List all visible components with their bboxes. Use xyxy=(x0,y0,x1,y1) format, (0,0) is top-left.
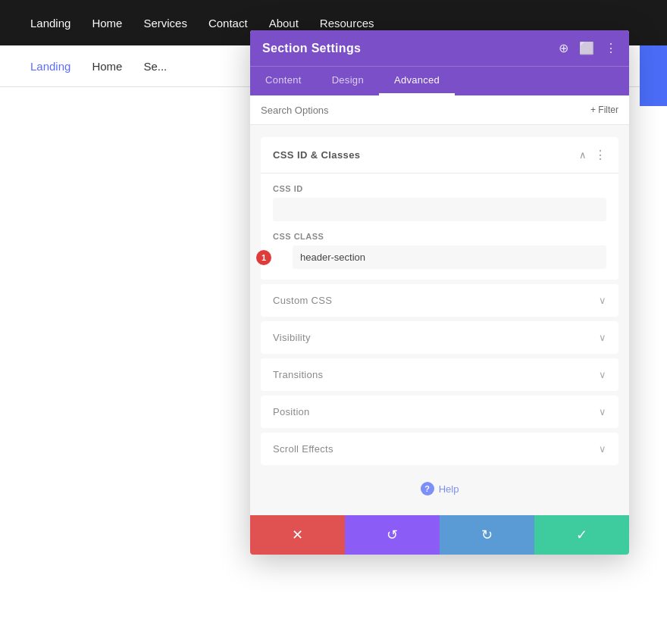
css-id-field-group: CSS ID xyxy=(273,184,606,232)
search-input-wrap xyxy=(261,103,590,117)
help-label: Help xyxy=(439,483,459,495)
help-wrap: ? Help xyxy=(261,470,618,508)
css-id-classes-content: CSS ID CSS Class 1 xyxy=(261,174,618,280)
second-nav-services[interactable]: Se... xyxy=(143,60,167,73)
more-options-icon[interactable]: ⋮ xyxy=(605,41,617,55)
search-bar: + Filter xyxy=(250,95,629,125)
nav-item-resources[interactable]: Resources xyxy=(320,17,374,30)
expand-icon[interactable]: ⬜ xyxy=(579,41,594,55)
css-class-wrap: 1 xyxy=(273,245,606,269)
help-icon: ? xyxy=(421,482,434,496)
visibility-section: Visibility ∨ xyxy=(261,321,618,354)
tab-content[interactable]: Content xyxy=(250,67,317,95)
second-nav-home[interactable]: Home xyxy=(92,60,122,73)
nav-item-landing[interactable]: Landing xyxy=(30,17,70,30)
focus-icon[interactable]: ⊕ xyxy=(559,41,568,55)
css-class-field-group: CSS Class 1 xyxy=(273,232,606,269)
modal-title: Section Settings xyxy=(262,42,361,55)
modal-footer: ✕ ↺ ↻ ✓ xyxy=(250,515,629,555)
cancel-button[interactable]: ✕ xyxy=(250,515,345,555)
transitions-section: Transitions ∨ xyxy=(261,358,618,391)
section-settings-modal: Section Settings ⊕ ⬜ ⋮ Content Design Ad… xyxy=(250,30,629,555)
scroll-effects-chevron: ∨ xyxy=(599,443,606,455)
chevron-up-icon: ∧ xyxy=(579,149,587,161)
css-id-classes-title: CSS ID & Classes xyxy=(273,149,361,161)
filter-button[interactable]: + Filter xyxy=(590,105,618,115)
help-button[interactable]: ? Help xyxy=(421,482,459,496)
css-class-label: CSS Class xyxy=(273,232,606,241)
position-chevron: ∨ xyxy=(599,406,606,417)
css-id-classes-header[interactable]: CSS ID & Classes ∧ ⋮ xyxy=(261,137,618,174)
scroll-effects-title: Scroll Effects xyxy=(273,443,334,455)
visibility-chevron: ∨ xyxy=(599,332,606,343)
blue-accent-bar xyxy=(640,45,667,106)
position-section: Position ∨ xyxy=(261,395,618,428)
position-title: Position xyxy=(273,406,310,417)
custom-css-title: Custom CSS xyxy=(273,295,332,306)
section-dots-icon[interactable]: ⋮ xyxy=(594,148,606,162)
redo-button[interactable]: ↻ xyxy=(440,515,534,555)
scroll-effects-header[interactable]: Scroll Effects ∨ xyxy=(261,433,618,465)
visibility-title: Visibility xyxy=(273,332,311,343)
transitions-chevron: ∨ xyxy=(599,369,606,380)
tab-advanced[interactable]: Advanced xyxy=(379,67,455,95)
modal-body-inner: CSS ID & Classes ∧ ⋮ CSS ID CSS Class xyxy=(261,137,618,515)
modal-header-icons: ⊕ ⬜ ⋮ xyxy=(559,41,617,55)
nav-item-home[interactable]: Home xyxy=(92,17,122,30)
save-button[interactable]: ✓ xyxy=(534,515,629,555)
custom-css-section: Custom CSS ∨ xyxy=(261,284,618,317)
visibility-header[interactable]: Visibility ∨ xyxy=(261,321,618,354)
nav-item-contact[interactable]: Contact xyxy=(208,17,248,30)
search-input[interactable] xyxy=(261,105,590,116)
transitions-header[interactable]: Transitions ∨ xyxy=(261,358,618,391)
position-header[interactable]: Position ∨ xyxy=(261,395,618,428)
modal-tabs: Content Design Advanced xyxy=(250,66,629,95)
css-class-input[interactable] xyxy=(293,245,606,269)
nav-item-about[interactable]: About xyxy=(269,17,299,30)
second-nav-landing[interactable]: Landing xyxy=(30,60,70,73)
section-header-icons: ∧ ⋮ xyxy=(579,148,606,162)
transitions-title: Transitions xyxy=(273,369,323,380)
tab-design[interactable]: Design xyxy=(317,67,379,95)
modal-body: CSS ID & Classes ∧ ⋮ CSS ID CSS Class xyxy=(250,125,629,515)
scroll-effects-section: Scroll Effects ∨ xyxy=(261,433,618,465)
badge-number: 1 xyxy=(256,250,271,265)
css-id-label: CSS ID xyxy=(273,184,606,193)
modal-header: Section Settings ⊕ ⬜ ⋮ xyxy=(250,30,629,66)
custom-css-chevron: ∨ xyxy=(599,295,606,306)
css-id-classes-section: CSS ID & Classes ∧ ⋮ CSS ID CSS Class xyxy=(261,137,618,280)
undo-button[interactable]: ↺ xyxy=(345,515,440,555)
css-id-input[interactable] xyxy=(273,198,606,221)
nav-item-services[interactable]: Services xyxy=(143,17,187,30)
custom-css-header[interactable]: Custom CSS ∨ xyxy=(261,284,618,317)
